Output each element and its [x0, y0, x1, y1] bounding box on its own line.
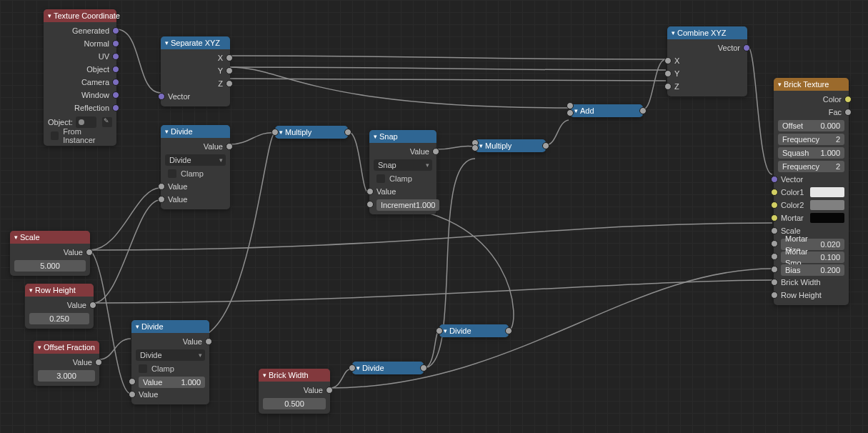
node-header[interactable]: Add	[570, 104, 643, 117]
socket-in[interactable]	[158, 196, 165, 203]
node-header[interactable]: Scale	[10, 231, 90, 244]
socket-in[interactable]	[567, 109, 574, 116]
mode-select[interactable]: Divide	[165, 154, 226, 166]
socket-in[interactable]	[129, 391, 136, 398]
socket-in[interactable]	[271, 129, 279, 136]
socket-out[interactable]	[112, 53, 119, 60]
socket-in[interactable]	[664, 70, 672, 77]
socket-in[interactable]	[771, 292, 778, 299]
socket-out[interactable]	[639, 107, 647, 114]
socket-out[interactable]	[226, 143, 233, 150]
socket-out[interactable]	[420, 364, 427, 372]
node-row-height[interactable]: Row Height Value 0.250	[25, 284, 94, 329]
node-header[interactable]: Snap	[369, 130, 437, 143]
node-scale[interactable]: Scale Value 5.000	[10, 231, 90, 276]
mortar-swatch[interactable]	[810, 213, 844, 223]
node-header[interactable]: Multiply	[475, 139, 546, 152]
socket-in[interactable]	[771, 253, 778, 260]
node-header[interactable]: Divide	[161, 125, 230, 138]
node-header[interactable]: Brick Texture	[774, 78, 849, 91]
socket-out[interactable]	[89, 302, 96, 309]
node-add[interactable]: Add	[570, 104, 643, 117]
frequency-field[interactable]: Frequency2	[778, 161, 844, 172]
bias-field[interactable]: Bias0.200	[781, 264, 844, 276]
value-field[interactable]: 5.000	[14, 260, 86, 272]
socket-out[interactable]	[432, 148, 439, 155]
node-divide-4[interactable]: Divide	[352, 362, 424, 374]
node-brick-texture[interactable]: Brick Texture Color Fac Offset0.000 Freq…	[774, 78, 849, 305]
socket-out[interactable]	[542, 142, 549, 149]
node-header[interactable]: Texture Coordinate	[44, 9, 116, 22]
value-field[interactable]: 3.000	[38, 370, 95, 382]
mode-select[interactable]: Snap	[374, 159, 432, 171]
socket-in[interactable]	[349, 364, 356, 372]
from-instancer-check[interactable]: From Instancer	[48, 130, 112, 141]
socket-in[interactable]	[567, 102, 574, 109]
value-field[interactable]: Value1.000	[139, 377, 205, 388]
node-divide-3[interactable]: Divide	[439, 324, 509, 337]
socket-out[interactable]	[112, 66, 119, 73]
node-header[interactable]: Divide	[352, 362, 424, 374]
socket-in[interactable]	[771, 189, 778, 196]
socket-out[interactable]	[844, 109, 852, 116]
node-separate-xyz[interactable]: Separate XYZ X Y Z Vector	[161, 36, 230, 106]
node-brick-width[interactable]: Brick Width Value 0.500	[259, 369, 330, 414]
socket-out[interactable]	[344, 129, 351, 136]
socket-out[interactable]	[743, 44, 750, 51]
object-field[interactable]	[76, 116, 96, 128]
socket-out[interactable]	[112, 91, 119, 99]
node-header[interactable]: Combine XYZ	[667, 26, 747, 39]
socket-in[interactable]	[129, 378, 136, 385]
socket-in[interactable]	[366, 188, 374, 195]
socket-in[interactable]	[771, 266, 778, 273]
node-texture-coordinate[interactable]: Texture Coordinate Generated Normal UV O…	[44, 9, 116, 146]
node-header[interactable]: Divide	[439, 324, 509, 337]
socket-out[interactable]	[326, 387, 333, 394]
clamp-check[interactable]: Clamp	[374, 173, 432, 184]
socket-in[interactable]	[771, 227, 778, 234]
clamp-check[interactable]: Clamp	[165, 168, 226, 179]
node-header[interactable]: Separate XYZ	[161, 36, 230, 49]
socket-in[interactable]	[771, 279, 778, 286]
clamp-check[interactable]: Clamp	[136, 363, 205, 374]
socket-in[interactable]	[366, 201, 374, 208]
socket-out[interactable]	[112, 40, 119, 47]
node-offset-fraction[interactable]: Offset Fraction Value 3.000	[34, 341, 99, 386]
frequency-field[interactable]: Frequency2	[778, 134, 844, 145]
socket-out[interactable]	[112, 79, 119, 86]
value-field[interactable]: 0.250	[29, 313, 89, 324]
socket-in[interactable]	[158, 183, 165, 190]
socket-in[interactable]	[771, 214, 778, 222]
node-header[interactable]: Offset Fraction	[34, 341, 99, 354]
socket-in[interactable]	[664, 83, 672, 90]
socket-in[interactable]	[771, 240, 778, 247]
mode-select[interactable]: Divide	[136, 349, 205, 361]
socket-in[interactable]	[771, 201, 778, 209]
node-divide-2[interactable]: Divide Value Divide Clamp Value1.000 Val…	[131, 320, 209, 404]
squash-field[interactable]: Squash1.000	[778, 147, 844, 159]
socket-in[interactable]	[664, 57, 672, 64]
mortar-smooth-field[interactable]: Mortar Smo0.100	[781, 252, 844, 263]
eyedropper-icon[interactable]	[102, 117, 112, 127]
node-multiply-1[interactable]: Multiply	[275, 126, 348, 139]
node-divide-1[interactable]: Divide Value Divide Clamp Value Value	[161, 125, 230, 209]
socket-out[interactable]	[505, 327, 512, 334]
socket-out[interactable]	[226, 67, 233, 74]
socket-out[interactable]	[95, 359, 102, 366]
socket-out[interactable]	[112, 104, 119, 111]
node-header[interactable]: Divide	[131, 320, 209, 333]
socket-out[interactable]	[205, 338, 212, 345]
color2-swatch[interactable]	[810, 200, 844, 210]
value-field[interactable]: 0.500	[263, 398, 326, 409]
node-header[interactable]: Multiply	[275, 126, 348, 139]
socket-out[interactable]	[226, 80, 233, 87]
node-header[interactable]: Brick Width	[259, 369, 330, 382]
socket-out[interactable]	[112, 27, 119, 34]
increment-field[interactable]: Increment1.000	[376, 199, 439, 211]
socket-in[interactable]	[436, 327, 443, 334]
offset-field[interactable]: Offset0.000	[778, 120, 844, 131]
socket-in[interactable]	[472, 144, 479, 151]
socket-out[interactable]	[86, 249, 93, 256]
node-combine-xyz[interactable]: Combine XYZ Vector X Y Z	[667, 26, 747, 96]
socket-out[interactable]	[226, 54, 233, 61]
